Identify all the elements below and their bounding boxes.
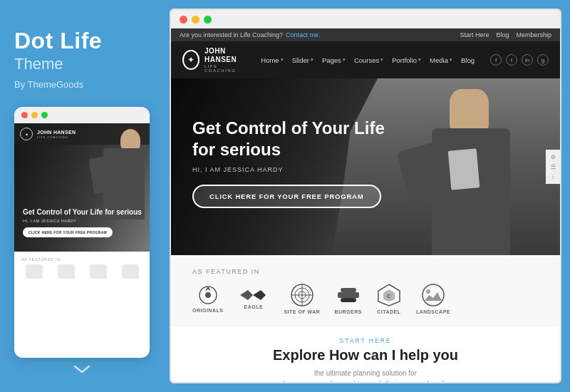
chevron-down-icon xyxy=(72,363,92,375)
mini-hero-text: Get Control of Your Life for serious HI,… xyxy=(23,207,142,237)
explore-section: START HERE Explore How can I help you th… xyxy=(171,327,560,382)
social-gplus-icon[interactable]: g xyxy=(537,54,549,66)
explore-start-label: START HERE xyxy=(192,337,539,344)
hero-heading: Get Control of Your Life for serious xyxy=(192,118,385,160)
topbar-text: Are you interested in Life Coaching? xyxy=(180,31,283,38)
mini-content: ✦ JOHN HANSEN LIFE COACHING Get Control … xyxy=(14,123,150,354)
browser-dot-green xyxy=(204,16,212,24)
mini-logo-name: JOHN HANSEN xyxy=(37,130,76,135)
brand-citadel-text: CITADEL xyxy=(377,309,400,314)
nav-item-slider[interactable]: Slider ▾ xyxy=(292,56,314,64)
scroll-chevron[interactable] xyxy=(14,363,150,378)
nav-item-portfolio[interactable]: Portfolio ▾ xyxy=(392,56,421,64)
nav-item-media[interactable]: Media ▾ xyxy=(430,56,452,64)
sidebar-menu-icon[interactable]: ☰ xyxy=(548,163,558,171)
eagle-icon xyxy=(237,287,269,303)
svg-point-14 xyxy=(426,289,430,294)
topbar-right: Start Here Blog Membership xyxy=(460,31,551,38)
browser-dot-yellow xyxy=(192,16,200,24)
featured-label: AS FEATURED IN xyxy=(192,268,539,275)
site-nav: ✦ JOHN HANSEN LIFE COACHING Home ▾ Slide… xyxy=(171,41,560,78)
brand-landscape: LANDSCAPE xyxy=(416,282,450,314)
brand-burgers-text: BURGERS xyxy=(334,309,362,314)
mini-brand-1 xyxy=(26,264,43,279)
site-nav-items: Home ▾ Slider ▾ Pages ▾ Courses ▾ Portfo… xyxy=(261,56,475,64)
explore-heading: Explore How can I help you xyxy=(192,347,539,363)
mini-dot-red xyxy=(21,112,28,118)
brand-eagle: EAGLE xyxy=(237,287,269,309)
svg-point-13 xyxy=(423,284,444,306)
website-frame: Are you interested in Life Coaching? Con… xyxy=(171,29,560,382)
right-panel-wrapper: Are you interested in Life Coaching? Con… xyxy=(164,0,570,392)
hero-sub-label: HI, I AM JESSICA HARDY xyxy=(192,166,385,173)
svg-rect-9 xyxy=(341,298,356,302)
nav-item-pages[interactable]: Pages ▾ xyxy=(322,56,346,64)
mini-logo-block: JOHN HANSEN LIFE COACHING xyxy=(37,130,76,139)
featured-section: AS FEATURED IN ORIGINALS xyxy=(171,255,560,327)
nav-item-blog[interactable]: Blog xyxy=(461,56,475,64)
svg-rect-8 xyxy=(341,288,356,292)
mini-brand-4 xyxy=(122,264,139,279)
topbar-item-blog[interactable]: Blog xyxy=(496,31,509,38)
mini-brand-3 xyxy=(90,264,107,279)
social-twitter-icon[interactable]: t xyxy=(506,54,517,66)
brand-citadel: C CITADEL xyxy=(376,282,402,314)
hero-paper xyxy=(448,148,480,190)
brand-burgers: BURGERS xyxy=(334,282,362,314)
site-logo-text-block: JOHN HANSEN LIFE COACHING xyxy=(204,47,251,73)
topbar-item-membership[interactable]: Membership xyxy=(516,31,551,38)
site-logo-sub: LIFE COACHING xyxy=(204,64,251,73)
mini-dot-green xyxy=(41,112,48,118)
mini-brand-2 xyxy=(58,264,75,279)
theme-author: By ThemeGoods xyxy=(14,79,150,90)
browser-dot-red xyxy=(180,16,187,24)
nav-item-courses[interactable]: Courses ▾ xyxy=(354,56,383,64)
svg-point-1 xyxy=(205,292,211,298)
site-logo-name: JOHN HANSEN xyxy=(204,47,251,64)
brand-siteofwar-text: SITE OF WAR xyxy=(284,309,320,314)
site-logo-icon: ✦ xyxy=(182,50,200,70)
hero-cta-button[interactable]: CLICK HERE FOR YOUR FREE PROGRAM xyxy=(192,185,381,208)
mini-brand-logos xyxy=(14,264,150,284)
mini-dot-yellow xyxy=(31,112,38,118)
left-panel: Dot Life Theme By ThemeGoods ✦ JOHN HANS… xyxy=(0,0,164,392)
site-logo: ✦ JOHN HANSEN LIFE COACHING xyxy=(182,47,251,73)
sidebar-scroll-icon[interactable]: ↕ xyxy=(548,172,558,181)
featured-logos-row: ORIGINALS EAGLE xyxy=(192,282,539,314)
theme-subtitle: Theme xyxy=(14,55,150,73)
browser-window: Are you interested in Life Coaching? Con… xyxy=(170,9,561,383)
mini-hero-button[interactable]: CLICK HERE FOR YOUR FREE PROGRAM xyxy=(23,227,113,237)
site-topbar: Are you interested in Life Coaching? Con… xyxy=(171,29,560,41)
nav-item-home[interactable]: Home ▾ xyxy=(261,56,283,64)
siteofwar-icon xyxy=(289,282,315,308)
social-facebook-icon[interactable]: f xyxy=(490,54,502,66)
topbar-item-start[interactable]: Start Here xyxy=(460,31,489,38)
burgers-icon xyxy=(335,282,362,308)
mini-logo-sub: LIFE COACHING xyxy=(37,135,76,139)
mini-titlebar xyxy=(14,107,150,123)
social-linkedin-icon[interactable]: in xyxy=(522,54,533,66)
mini-logo-icon: ✦ xyxy=(20,128,33,140)
browser-chrome xyxy=(171,10,560,29)
brand-originals-text: ORIGINALS xyxy=(192,308,223,313)
sidebar-icons: ⚙ ☰ ↕ xyxy=(546,150,560,184)
explore-sub-2: busy women who want to reach their perso… xyxy=(192,378,539,382)
originals-icon xyxy=(197,284,219,306)
landscape-icon xyxy=(420,282,446,308)
hero-content: Get Control of Your Life for serious HI,… xyxy=(192,118,385,208)
brand-landscape-text: LANDSCAPE xyxy=(416,309,450,314)
svg-text:C: C xyxy=(387,293,391,299)
mini-hero: ✦ JOHN HANSEN LIFE COACHING Get Control … xyxy=(14,123,150,252)
sidebar-settings-icon[interactable]: ⚙ xyxy=(548,153,558,161)
citadel-icon: C xyxy=(376,282,402,308)
mini-hero-sub: HI, I AM JESSICA HARDY xyxy=(23,219,142,223)
topbar-link[interactable]: Contact me. xyxy=(286,31,321,38)
theme-title: Dot Life xyxy=(14,29,150,53)
site-nav-social: f t in g xyxy=(490,54,549,66)
hero-person-figure xyxy=(375,86,517,255)
site-hero: Get Control of Your Life for serious HI,… xyxy=(171,78,560,255)
brand-eagle-text: EAGLE xyxy=(244,304,264,309)
svg-rect-7 xyxy=(338,292,359,298)
brand-originals: ORIGINALS xyxy=(192,284,223,313)
mini-hero-heading: Get Control of Your Life for serious xyxy=(23,207,142,217)
